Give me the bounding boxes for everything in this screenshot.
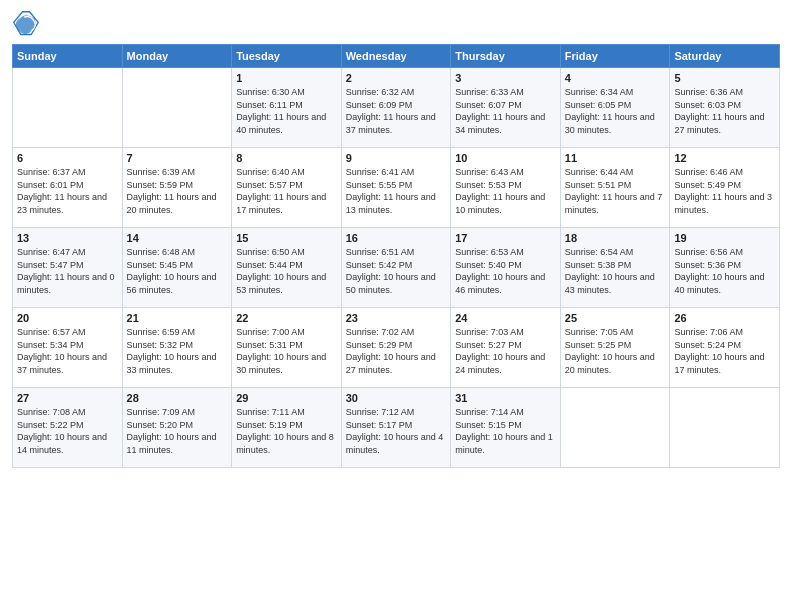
- cell-3-4: 16Sunrise: 6:51 AM Sunset: 5:42 PM Dayli…: [341, 228, 451, 308]
- header-row: SundayMondayTuesdayWednesdayThursdayFrid…: [13, 45, 780, 68]
- day-number: 30: [346, 392, 447, 404]
- cell-5-2: 28Sunrise: 7:09 AM Sunset: 5:20 PM Dayli…: [122, 388, 232, 468]
- day-number: 8: [236, 152, 337, 164]
- week-row-3: 13Sunrise: 6:47 AM Sunset: 5:47 PM Dayli…: [13, 228, 780, 308]
- day-number: 2: [346, 72, 447, 84]
- cell-4-5: 24Sunrise: 7:03 AM Sunset: 5:27 PM Dayli…: [451, 308, 561, 388]
- cell-info: Sunrise: 6:30 AM Sunset: 6:11 PM Dayligh…: [236, 86, 337, 136]
- cell-info: Sunrise: 6:32 AM Sunset: 6:09 PM Dayligh…: [346, 86, 447, 136]
- cell-info: Sunrise: 6:44 AM Sunset: 5:51 PM Dayligh…: [565, 166, 666, 216]
- day-number: 29: [236, 392, 337, 404]
- cell-1-6: 4Sunrise: 6:34 AM Sunset: 6:05 PM Daylig…: [560, 68, 670, 148]
- cell-1-5: 3Sunrise: 6:33 AM Sunset: 6:07 PM Daylig…: [451, 68, 561, 148]
- cell-info: Sunrise: 6:54 AM Sunset: 5:38 PM Dayligh…: [565, 246, 666, 296]
- cell-2-2: 7Sunrise: 6:39 AM Sunset: 5:59 PM Daylig…: [122, 148, 232, 228]
- cell-info: Sunrise: 6:33 AM Sunset: 6:07 PM Dayligh…: [455, 86, 556, 136]
- cell-4-3: 22Sunrise: 7:00 AM Sunset: 5:31 PM Dayli…: [232, 308, 342, 388]
- cell-2-7: 12Sunrise: 6:46 AM Sunset: 5:49 PM Dayli…: [670, 148, 780, 228]
- col-header-wednesday: Wednesday: [341, 45, 451, 68]
- cell-5-7: [670, 388, 780, 468]
- day-number: 28: [127, 392, 228, 404]
- day-number: 11: [565, 152, 666, 164]
- day-number: 25: [565, 312, 666, 324]
- cell-info: Sunrise: 6:43 AM Sunset: 5:53 PM Dayligh…: [455, 166, 556, 216]
- day-number: 12: [674, 152, 775, 164]
- day-number: 10: [455, 152, 556, 164]
- cell-5-4: 30Sunrise: 7:12 AM Sunset: 5:17 PM Dayli…: [341, 388, 451, 468]
- cell-info: Sunrise: 6:41 AM Sunset: 5:55 PM Dayligh…: [346, 166, 447, 216]
- cell-5-5: 31Sunrise: 7:14 AM Sunset: 5:15 PM Dayli…: [451, 388, 561, 468]
- cell-2-1: 6Sunrise: 6:37 AM Sunset: 6:01 PM Daylig…: [13, 148, 123, 228]
- col-header-sunday: Sunday: [13, 45, 123, 68]
- week-row-1: 1Sunrise: 6:30 AM Sunset: 6:11 PM Daylig…: [13, 68, 780, 148]
- day-number: 23: [346, 312, 447, 324]
- cell-info: Sunrise: 6:50 AM Sunset: 5:44 PM Dayligh…: [236, 246, 337, 296]
- cell-3-5: 17Sunrise: 6:53 AM Sunset: 5:40 PM Dayli…: [451, 228, 561, 308]
- cell-4-1: 20Sunrise: 6:57 AM Sunset: 5:34 PM Dayli…: [13, 308, 123, 388]
- cell-info: Sunrise: 6:47 AM Sunset: 5:47 PM Dayligh…: [17, 246, 118, 296]
- cell-info: Sunrise: 6:57 AM Sunset: 5:34 PM Dayligh…: [17, 326, 118, 376]
- page-header: [12, 10, 780, 38]
- cell-info: Sunrise: 6:46 AM Sunset: 5:49 PM Dayligh…: [674, 166, 775, 216]
- day-number: 18: [565, 232, 666, 244]
- day-number: 20: [17, 312, 118, 324]
- cell-info: Sunrise: 6:39 AM Sunset: 5:59 PM Dayligh…: [127, 166, 228, 216]
- col-header-friday: Friday: [560, 45, 670, 68]
- cell-info: Sunrise: 6:37 AM Sunset: 6:01 PM Dayligh…: [17, 166, 118, 216]
- day-number: 13: [17, 232, 118, 244]
- day-number: 22: [236, 312, 337, 324]
- cell-info: Sunrise: 7:14 AM Sunset: 5:15 PM Dayligh…: [455, 406, 556, 456]
- week-row-2: 6Sunrise: 6:37 AM Sunset: 6:01 PM Daylig…: [13, 148, 780, 228]
- cell-3-1: 13Sunrise: 6:47 AM Sunset: 5:47 PM Dayli…: [13, 228, 123, 308]
- cell-4-6: 25Sunrise: 7:05 AM Sunset: 5:25 PM Dayli…: [560, 308, 670, 388]
- cell-info: Sunrise: 6:59 AM Sunset: 5:32 PM Dayligh…: [127, 326, 228, 376]
- cell-3-7: 19Sunrise: 6:56 AM Sunset: 5:36 PM Dayli…: [670, 228, 780, 308]
- cell-2-4: 9Sunrise: 6:41 AM Sunset: 5:55 PM Daylig…: [341, 148, 451, 228]
- cell-2-3: 8Sunrise: 6:40 AM Sunset: 5:57 PM Daylig…: [232, 148, 342, 228]
- logo: [12, 10, 42, 38]
- cell-2-6: 11Sunrise: 6:44 AM Sunset: 5:51 PM Dayli…: [560, 148, 670, 228]
- day-number: 3: [455, 72, 556, 84]
- logo-icon: [12, 10, 40, 38]
- cell-2-5: 10Sunrise: 6:43 AM Sunset: 5:53 PM Dayli…: [451, 148, 561, 228]
- cell-1-2: [122, 68, 232, 148]
- day-number: 9: [346, 152, 447, 164]
- week-row-4: 20Sunrise: 6:57 AM Sunset: 5:34 PM Dayli…: [13, 308, 780, 388]
- cell-info: Sunrise: 6:34 AM Sunset: 6:05 PM Dayligh…: [565, 86, 666, 136]
- cell-3-3: 15Sunrise: 6:50 AM Sunset: 5:44 PM Dayli…: [232, 228, 342, 308]
- cell-info: Sunrise: 7:00 AM Sunset: 5:31 PM Dayligh…: [236, 326, 337, 376]
- day-number: 24: [455, 312, 556, 324]
- cell-3-6: 18Sunrise: 6:54 AM Sunset: 5:38 PM Dayli…: [560, 228, 670, 308]
- cell-1-4: 2Sunrise: 6:32 AM Sunset: 6:09 PM Daylig…: [341, 68, 451, 148]
- day-number: 5: [674, 72, 775, 84]
- calendar-table: SundayMondayTuesdayWednesdayThursdayFrid…: [12, 44, 780, 468]
- cell-5-6: [560, 388, 670, 468]
- cell-5-3: 29Sunrise: 7:11 AM Sunset: 5:19 PM Dayli…: [232, 388, 342, 468]
- cell-info: Sunrise: 6:48 AM Sunset: 5:45 PM Dayligh…: [127, 246, 228, 296]
- cell-info: Sunrise: 6:40 AM Sunset: 5:57 PM Dayligh…: [236, 166, 337, 216]
- cell-1-1: [13, 68, 123, 148]
- cell-info: Sunrise: 6:36 AM Sunset: 6:03 PM Dayligh…: [674, 86, 775, 136]
- cell-info: Sunrise: 7:09 AM Sunset: 5:20 PM Dayligh…: [127, 406, 228, 456]
- cell-4-7: 26Sunrise: 7:06 AM Sunset: 5:24 PM Dayli…: [670, 308, 780, 388]
- day-number: 7: [127, 152, 228, 164]
- day-number: 14: [127, 232, 228, 244]
- cell-info: Sunrise: 7:02 AM Sunset: 5:29 PM Dayligh…: [346, 326, 447, 376]
- day-number: 27: [17, 392, 118, 404]
- cell-info: Sunrise: 7:03 AM Sunset: 5:27 PM Dayligh…: [455, 326, 556, 376]
- col-header-tuesday: Tuesday: [232, 45, 342, 68]
- col-header-saturday: Saturday: [670, 45, 780, 68]
- day-number: 26: [674, 312, 775, 324]
- day-number: 1: [236, 72, 337, 84]
- cell-1-3: 1Sunrise: 6:30 AM Sunset: 6:11 PM Daylig…: [232, 68, 342, 148]
- cell-info: Sunrise: 6:56 AM Sunset: 5:36 PM Dayligh…: [674, 246, 775, 296]
- col-header-monday: Monday: [122, 45, 232, 68]
- cell-info: Sunrise: 7:06 AM Sunset: 5:24 PM Dayligh…: [674, 326, 775, 376]
- day-number: 21: [127, 312, 228, 324]
- cell-info: Sunrise: 7:11 AM Sunset: 5:19 PM Dayligh…: [236, 406, 337, 456]
- col-header-thursday: Thursday: [451, 45, 561, 68]
- cell-5-1: 27Sunrise: 7:08 AM Sunset: 5:22 PM Dayli…: [13, 388, 123, 468]
- cell-info: Sunrise: 6:51 AM Sunset: 5:42 PM Dayligh…: [346, 246, 447, 296]
- day-number: 15: [236, 232, 337, 244]
- cell-info: Sunrise: 7:08 AM Sunset: 5:22 PM Dayligh…: [17, 406, 118, 456]
